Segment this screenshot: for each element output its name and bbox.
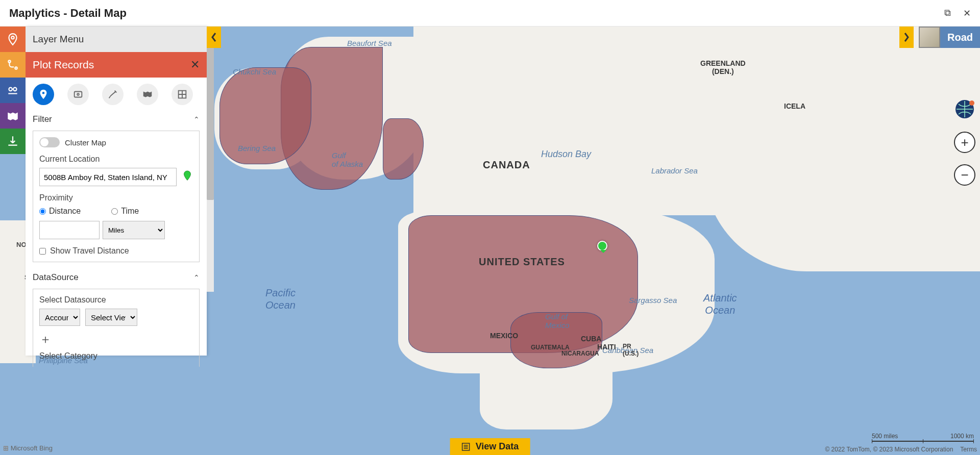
country-label: CUBA	[581, 335, 601, 343]
tab-grid[interactable]	[172, 84, 193, 105]
proximity-inputs: Miles	[39, 221, 193, 239]
svg-point-3	[9, 88, 12, 91]
distance-radio[interactable]	[39, 208, 46, 215]
current-location-input[interactable]	[39, 168, 177, 186]
show-travel-label: Show Travel Distance	[50, 246, 129, 256]
close-icon[interactable]: ✕	[190, 58, 200, 71]
chevron-up-icon: ⌃	[193, 273, 200, 282]
globe-reset-button[interactable]	[953, 98, 976, 120]
chevron-right-icon	[903, 32, 910, 42]
panel-scrollbar[interactable]	[207, 27, 214, 292]
layer-menu-header[interactable]: Layer Menu	[26, 27, 207, 52]
rail-download-button[interactable]	[0, 129, 26, 154]
proximity-unit-select[interactable]: Miles	[103, 221, 165, 239]
current-location-pin[interactable]	[597, 241, 607, 251]
current-location-label: Current Location	[39, 155, 193, 164]
zoom-out-button[interactable]: −	[954, 164, 975, 186]
time-radio-label[interactable]: Time	[111, 207, 139, 216]
datasource-section-header[interactable]: DataSource ⌃	[26, 269, 207, 286]
location-pin-icon[interactable]	[182, 170, 193, 184]
select-category-label: Select Category	[39, 351, 193, 361]
layers-icon	[6, 84, 19, 97]
copyright-text: © 2022 TomTom, © 2023 Microsoft Corporat…	[825, 446, 953, 453]
list-icon	[461, 442, 471, 451]
sea-label: Gulfof Alaska	[332, 151, 363, 168]
plot-records-header: Plot Records ✕	[26, 52, 207, 78]
download-icon	[6, 135, 19, 148]
restore-icon[interactable]: ⧉	[944, 8, 951, 19]
rail-route-button[interactable]	[0, 52, 26, 78]
expand-maptype-button[interactable]	[899, 27, 914, 48]
svg-point-2	[15, 67, 17, 69]
distance-radio-label[interactable]: Distance	[39, 207, 81, 216]
road-map-button[interactable]: Road	[940, 27, 980, 48]
show-travel-row: Show Travel Distance	[39, 246, 193, 256]
tab-poi[interactable]	[67, 84, 89, 105]
filter-section-header[interactable]: Filter ⌃	[26, 111, 207, 128]
entity-select[interactable]: Account	[39, 309, 80, 326]
scale-bar: 500 miles1000 km	[872, 433, 974, 442]
map-credits: © 2022 TomTom, © 2023 Microsoft Corporat…	[825, 446, 977, 453]
country-label: NICARAGUA	[561, 350, 599, 357]
cluster-map-toggle[interactable]	[39, 137, 60, 147]
sea-label: Chukchi Sea	[233, 67, 276, 76]
rail-plot-button[interactable]	[0, 27, 26, 52]
partial-label: NO	[16, 241, 27, 248]
country-label: PR(U.S.)	[623, 343, 639, 357]
plot-records-title: Plot Records	[33, 59, 94, 71]
tab-region[interactable]	[137, 84, 158, 105]
map-type-switcher: Road	[919, 27, 980, 48]
rail-territory-button[interactable]	[0, 103, 26, 129]
datasource-row: Account Select View	[39, 309, 193, 326]
left-rail	[0, 27, 26, 154]
terms-link[interactable]: Terms	[960, 446, 977, 453]
proximity-radios: Distance Time	[39, 207, 193, 216]
window-title: Maplytics - Detail Map	[9, 7, 127, 20]
workspace: Beaufort Sea Chukchi Sea Bering Sea Gulf…	[0, 27, 980, 455]
close-icon[interactable]: ✕	[963, 8, 971, 19]
aerial-thumbnail[interactable]	[919, 27, 940, 48]
grid-icon	[177, 89, 188, 100]
window-controls: ⧉ ✕	[944, 8, 971, 19]
country-label: CANADA	[483, 159, 530, 171]
filter-title: Filter	[33, 114, 52, 124]
country-label: HAITI	[597, 343, 616, 351]
country-label: MEXICO	[490, 332, 518, 340]
sea-label: Bering Sea	[238, 144, 276, 153]
cluster-map-row: Cluster Map	[39, 137, 193, 147]
view-select[interactable]: Select View	[85, 309, 137, 326]
proximity-value-input[interactable]	[39, 221, 100, 239]
ocean-label: PacificOcean	[265, 287, 296, 311]
sea-label: Gulf ofMexico	[545, 312, 570, 330]
filter-section-body: Cluster Map Current Location Proximity D…	[33, 131, 200, 262]
tab-location[interactable]	[33, 84, 54, 105]
sea-label: Sargasso Sea	[629, 296, 677, 305]
ocean-label: AtlanticOcean	[703, 292, 737, 316]
current-location-row	[39, 168, 193, 186]
country-label: GREENLAND(DEN.)	[700, 59, 746, 75]
country-label: UNITED STATES	[479, 256, 565, 268]
chevron-left-icon	[210, 32, 217, 42]
add-datasource-button[interactable]: ＋	[39, 331, 193, 347]
rail-layers-button[interactable]	[0, 78, 26, 103]
datasource-section-body: Select Datasource Account Select View ＋ …	[33, 289, 200, 367]
svg-point-1	[8, 60, 10, 62]
time-radio[interactable]	[111, 208, 118, 215]
country-label: GUATEMALA	[531, 344, 570, 351]
titlebar: Maplytics - Detail Map ⧉ ✕	[0, 0, 980, 27]
zoom-in-button[interactable]: +	[954, 132, 975, 153]
chevron-up-icon: ⌃	[193, 115, 200, 123]
datasource-title: DataSource	[33, 272, 79, 283]
view-data-button[interactable]: View Data	[450, 438, 530, 455]
pin-icon	[38, 89, 49, 100]
svg-point-0	[11, 36, 14, 39]
tab-draw[interactable]	[102, 84, 124, 105]
proximity-label: Proximity	[39, 193, 193, 203]
region-icon	[142, 89, 153, 100]
sea-label: Hudson Bay	[541, 149, 591, 160]
show-travel-checkbox[interactable]	[39, 248, 46, 255]
collapse-panel-button[interactable]	[207, 27, 221, 48]
zoom-controls: + −	[953, 98, 976, 186]
svg-point-7	[77, 93, 79, 95]
scrollbar-thumb[interactable]	[207, 27, 214, 200]
